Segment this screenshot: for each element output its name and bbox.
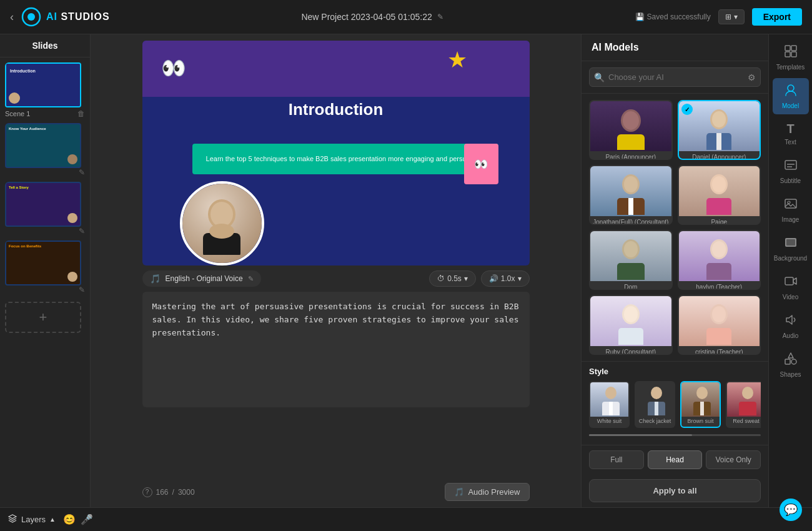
style-card-brown-suit[interactable]: Brown suit xyxy=(680,381,721,428)
svg-rect-8 xyxy=(617,134,645,150)
model-card-paris[interactable]: Paris (Announcer) xyxy=(589,100,673,160)
filter-icon[interactable]: ⚙ xyxy=(748,72,756,82)
tool-video[interactable]: Video xyxy=(773,269,809,305)
style-grid: White suit Check jacket Brown suit xyxy=(589,381,761,430)
export-button[interactable]: Export xyxy=(752,8,802,26)
shapes-icon xyxy=(784,352,798,369)
slide-thumb-3: Tell a Story xyxy=(5,182,81,227)
char-max: 3000 xyxy=(178,488,195,497)
model-image-dom xyxy=(590,231,671,281)
add-slide-button[interactable]: + xyxy=(5,302,81,333)
model-card-jonathan[interactable]: Jonathan(Full) (Consultant) xyxy=(589,165,673,225)
selected-check-daniel: ✓ xyxy=(681,104,693,115)
svg-point-52 xyxy=(788,201,790,204)
emoji-face-button[interactable]: 😊 xyxy=(63,514,76,525)
speed-arrow: ▾ xyxy=(518,274,522,283)
slide-item-4[interactable]: Focus on Benefits ✎ xyxy=(5,241,85,294)
model-label-jonathan: Jonathan(Full) (Consultant) xyxy=(590,216,671,225)
voice-selector[interactable]: 🎵 English - Original Voice ✎ xyxy=(142,270,261,287)
slide-delete-1[interactable]: 🗑 xyxy=(77,109,85,118)
style-card-red-sweat[interactable]: Red sweat xyxy=(726,381,761,428)
help-icon[interactable]: ? xyxy=(142,487,152,497)
model-card-dom[interactable]: Dom xyxy=(589,230,673,290)
tool-text[interactable]: T Text xyxy=(773,117,809,151)
slide-delete-4[interactable]: ✎ xyxy=(79,285,85,294)
chat-bubble-button[interactable]: 💬 xyxy=(780,499,802,521)
svg-point-27 xyxy=(624,306,638,322)
tool-templates[interactable]: Templates xyxy=(773,39,809,76)
timing-arrow: ▾ xyxy=(464,274,468,283)
tool-background[interactable]: Background xyxy=(773,231,809,267)
avatar-placeholder xyxy=(182,184,262,263)
svg-rect-31 xyxy=(706,328,731,345)
style-img-red-sweat xyxy=(727,382,761,417)
svg-rect-40 xyxy=(700,402,704,415)
svg-point-14 xyxy=(624,176,638,192)
slide-item-1[interactable]: Introduction Scene 1 🗑 xyxy=(5,62,85,118)
tool-image[interactable]: Image xyxy=(773,192,809,228)
edit-title-icon[interactable]: ✎ xyxy=(437,12,443,21)
audio-preview-button[interactable]: 🎵 Audio Preview xyxy=(445,483,529,501)
model-card-cristina[interactable]: cristina (Teacher) xyxy=(678,295,761,355)
svg-point-21 xyxy=(624,241,638,257)
speed-button[interactable]: 🔊 1.0x ▾ xyxy=(481,270,530,287)
layers-button[interactable]: Layers ▲ xyxy=(7,514,56,525)
style-card-check-jacket[interactable]: Check jacket xyxy=(635,381,675,428)
slide-star-emoji: ★ xyxy=(447,47,467,73)
model-image-paris xyxy=(590,101,671,151)
style-img-white-suit xyxy=(590,382,630,417)
bottom-bar: Layers ▲ 😊 🎤 xyxy=(0,507,812,531)
style-label-white-suit: White suit xyxy=(590,417,628,427)
svg-rect-55 xyxy=(785,277,793,285)
back-button[interactable]: ‹ xyxy=(10,11,14,24)
ai-search-input[interactable] xyxy=(589,67,761,87)
svg-rect-44 xyxy=(791,46,796,51)
tool-subtitle[interactable]: Subtitle xyxy=(773,153,809,189)
background-icon xyxy=(784,236,798,252)
audio-tool-icon xyxy=(784,313,798,330)
tool-audio[interactable]: Audio xyxy=(773,308,809,344)
svg-rect-54 xyxy=(786,239,795,246)
model-card-paige[interactable]: Paige xyxy=(678,165,761,225)
slide-delete-3[interactable]: ✎ xyxy=(79,227,85,236)
position-tab-head[interactable]: Head xyxy=(648,450,703,469)
logo-text: AI STUDIOS xyxy=(46,11,110,22)
clock-icon: ⏱ xyxy=(437,274,445,283)
topbar-left: ‹ AI STUDIOS xyxy=(10,7,110,27)
slide-thumb-2: Know Your Audience xyxy=(5,123,81,168)
slide-body-text: Learn the top 5 techniques to make B2B s… xyxy=(205,154,486,164)
slide-item-3[interactable]: Tell a Story ✎ xyxy=(5,182,85,236)
position-tab-full[interactable]: Full xyxy=(589,450,644,469)
timing-controls: ⏱ 0.5s ▾ 🔊 1.0x ▾ xyxy=(429,270,529,287)
model-label-paige: Paige xyxy=(679,216,760,225)
position-tab-voice-only[interactable]: Voice Only xyxy=(706,450,761,469)
tool-model[interactable]: Model xyxy=(773,78,809,114)
slide-delete-2[interactable]: ✎ xyxy=(79,168,85,177)
slide-thumb-4: Focus on Benefits xyxy=(5,241,81,285)
topbar: ‹ AI STUDIOS New Project 2023-04-05 01:0… xyxy=(0,0,812,34)
subtitle-label: Subtitle xyxy=(780,177,801,184)
slides-list: Introduction Scene 1 🗑 Know Your Audienc… xyxy=(0,57,90,507)
apply-to-all-button[interactable]: Apply to all xyxy=(589,479,761,502)
model-card-ruby[interactable]: Ruby (Consultant) xyxy=(589,295,673,355)
audio-tool-label: Audio xyxy=(783,332,799,339)
char-current: 166 xyxy=(156,488,169,497)
model-card-haylyn[interactable]: haylyn (Teacher) xyxy=(678,230,761,290)
model-card-daniel[interactable]: ✓ Daniel (Announcer) xyxy=(678,100,761,160)
slide-label-1: Scene 1 🗑 xyxy=(5,109,85,118)
canvas-bottom: ? 166 / 3000 🎵 Audio Preview xyxy=(142,483,530,501)
voice-label: English - Original Voice xyxy=(166,274,243,283)
slides-panel: Slides Introduction Scene 1 🗑 Know Y xyxy=(0,34,91,507)
tool-shapes[interactable]: Shapes xyxy=(773,347,809,383)
style-card-white-suit[interactable]: White suit xyxy=(589,381,630,428)
svg-point-57 xyxy=(791,359,796,364)
svg-point-10 xyxy=(712,111,726,127)
script-editor[interactable]: Mastering the art of persuasive presenta… xyxy=(142,292,530,407)
layers-chevron-icon: ▲ xyxy=(49,516,56,523)
slide-item-2[interactable]: Know Your Audience ✎ xyxy=(5,123,85,177)
emoji-mic-button[interactable]: 🎤 xyxy=(81,514,93,525)
apply-btn-wrapper: Apply to all xyxy=(582,474,768,507)
view-button[interactable]: ⊞ ▾ xyxy=(718,9,745,24)
model-label-ruby: Ruby (Consultant) xyxy=(590,346,671,355)
timing-button[interactable]: ⏱ 0.5s ▾ xyxy=(429,270,476,287)
